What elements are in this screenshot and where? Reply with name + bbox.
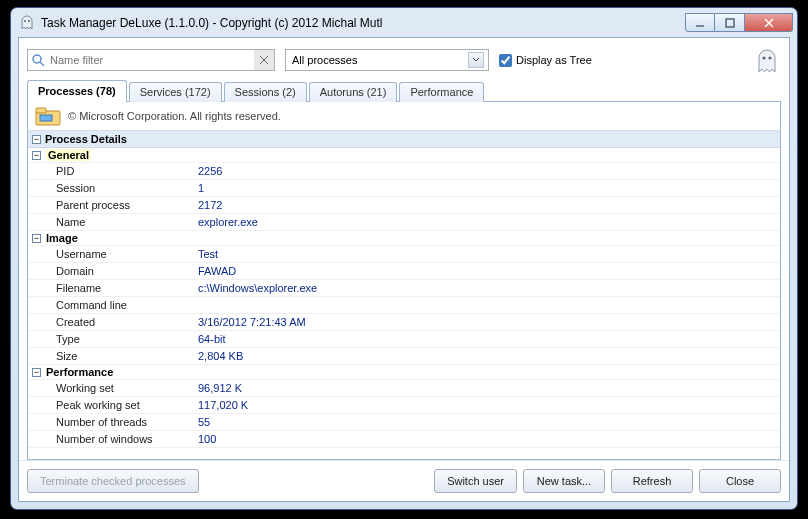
svg-line-7	[40, 62, 44, 66]
row-created: Created3/16/2012 7:21:43 AM	[28, 314, 780, 331]
search-icon	[31, 53, 45, 67]
terminate-button[interactable]: Terminate checked processes	[27, 469, 199, 493]
row-type: Type64-bit	[28, 331, 780, 348]
row-domain: DomainFAWAD	[28, 263, 780, 280]
process-details-bar: − Process Details	[28, 131, 780, 148]
svg-point-6	[33, 55, 41, 63]
new-task-button[interactable]: New task...	[523, 469, 605, 493]
row-peakws: Peak working set117,020 K	[28, 397, 780, 414]
tab-strip: Processes (78) Services (172) Sessions (…	[19, 80, 789, 102]
main-window: Task Manager DeLuxe (1.1.0.0) - Copyrigh…	[10, 7, 798, 510]
ghost-logo-icon	[753, 46, 781, 74]
svg-point-1	[28, 20, 30, 22]
tab-autoruns[interactable]: Autoruns (21)	[309, 82, 398, 102]
row-threads: Number of threads55	[28, 414, 780, 431]
name-filter-wrap	[27, 49, 275, 71]
client-area: All processes Display as Tree Processes …	[18, 37, 790, 502]
window-buttons	[685, 13, 793, 32]
close-app-button[interactable]: Close	[699, 469, 781, 493]
tree-checkbox-input[interactable]	[499, 54, 512, 67]
row-filename: Filenamec:\Windows\explorer.exe	[28, 280, 780, 297]
tab-performance[interactable]: Performance	[399, 82, 484, 102]
row-username: UsernameTest	[28, 246, 780, 263]
row-session: Session1	[28, 180, 780, 197]
spacer	[205, 469, 429, 493]
filter-bar: All processes Display as Tree	[19, 38, 789, 80]
window-title: Task Manager DeLuxe (1.1.0.0) - Copyrigh…	[41, 16, 679, 30]
toggle-general[interactable]: −	[32, 151, 41, 160]
minimize-button[interactable]	[685, 13, 715, 32]
group-performance: −Performance	[28, 365, 780, 380]
section-title: Process Details	[45, 133, 127, 145]
tab-processes[interactable]: Processes (78)	[27, 80, 127, 102]
tab-services[interactable]: Services (172)	[129, 82, 222, 102]
row-windows: Number of windows100	[28, 431, 780, 448]
toggle-performance[interactable]: −	[32, 368, 41, 377]
svg-point-11	[768, 56, 771, 59]
app-ghost-icon	[19, 15, 35, 31]
switch-user-button[interactable]: Switch user	[434, 469, 517, 493]
tab-body: © Microsoft Corporation. All rights rese…	[27, 101, 781, 460]
svg-point-0	[24, 20, 26, 22]
svg-rect-3	[726, 19, 734, 27]
combo-selected: All processes	[292, 54, 468, 66]
row-size: Size2,804 KB	[28, 348, 780, 365]
row-parent: Parent process2172	[28, 197, 780, 214]
toggle-image[interactable]: −	[32, 234, 41, 243]
close-button[interactable]	[745, 13, 793, 32]
explorer-icon	[34, 105, 62, 127]
tree-label: Display as Tree	[516, 54, 592, 66]
row-name: Nameexplorer.exe	[28, 214, 780, 231]
row-workingset: Working set96,912 K	[28, 380, 780, 397]
titlebar[interactable]: Task Manager DeLuxe (1.1.0.0) - Copyrigh…	[11, 8, 797, 37]
group-image: −Image	[28, 231, 780, 246]
process-header: © Microsoft Corporation. All rights rese…	[28, 102, 780, 131]
chevron-down-icon	[468, 52, 484, 68]
svg-point-10	[762, 56, 765, 59]
name-filter-input[interactable]	[27, 49, 275, 71]
footer-bar: Terminate checked processes Switch user …	[19, 460, 789, 501]
tab-sessions[interactable]: Sessions (2)	[224, 82, 307, 102]
svg-rect-13	[36, 108, 46, 113]
collapse-toggle[interactable]: −	[32, 135, 41, 144]
details-grid[interactable]: −General PID2256 Session1 Parent process…	[28, 148, 780, 459]
refresh-button[interactable]: Refresh	[611, 469, 693, 493]
display-as-tree-checkbox[interactable]: Display as Tree	[499, 54, 592, 67]
copyright-text: © Microsoft Corporation. All rights rese…	[68, 110, 281, 122]
row-pid: PID2256	[28, 163, 780, 180]
svg-rect-14	[40, 115, 52, 121]
clear-filter-button[interactable]	[254, 50, 274, 70]
group-general: −General	[28, 148, 780, 163]
row-commandline: Command line	[28, 297, 780, 314]
maximize-button[interactable]	[715, 13, 745, 32]
process-filter-combo[interactable]: All processes	[285, 49, 489, 71]
